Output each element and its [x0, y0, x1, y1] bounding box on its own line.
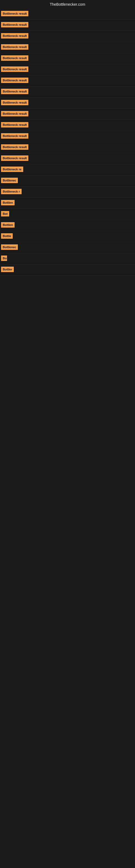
- bottleneck-result-bar[interactable]: Bottleneck result: [1, 89, 28, 94]
- list-item[interactable]: Bottleneck result: [0, 64, 135, 75]
- bottleneck-result-bar[interactable]: Bottlen: [1, 200, 14, 205]
- list-item[interactable]: Bot: [0, 209, 135, 220]
- list-item[interactable]: Bottleneck result: [0, 87, 135, 98]
- list-item[interactable]: Bottle: [0, 231, 135, 242]
- bottleneck-result-bar[interactable]: Bottle: [1, 233, 13, 239]
- list-item[interactable]: Bottleneck r: [0, 187, 135, 198]
- bottleneck-result-bar[interactable]: Bottleneck result: [1, 133, 28, 138]
- bottleneck-result-bar[interactable]: Bottleneck result: [1, 111, 28, 116]
- list-item[interactable]: Bottler: [0, 265, 135, 276]
- list-item[interactable]: Bo: [0, 253, 135, 265]
- bottleneck-result-bar[interactable]: Bottler: [1, 267, 14, 272]
- list-item[interactable]: Bottleneck result: [0, 131, 135, 142]
- list-item[interactable]: Bottleneck result: [0, 75, 135, 87]
- list-item[interactable]: Bottleneck result: [0, 31, 135, 42]
- list-item[interactable]: Bottleneck result: [0, 142, 135, 153]
- list-item[interactable]: Bottleneck result: [0, 153, 135, 164]
- bottleneck-result-bar[interactable]: Bottleneck result: [1, 44, 28, 50]
- bottleneck-result-bar[interactable]: Bottlenec: [1, 178, 18, 183]
- bottleneck-result-bar[interactable]: Bottleneck result: [1, 33, 28, 38]
- list-item[interactable]: Bottlen: [0, 198, 135, 209]
- bottleneck-result-bar[interactable]: Bottleneck result: [1, 66, 28, 72]
- bottleneck-result-bar[interactable]: Bottleneck result: [1, 55, 28, 61]
- list-item[interactable]: Bottleneck result: [0, 53, 135, 64]
- site-title: TheBottlenecker.com: [0, 0, 135, 9]
- bottleneck-result-bar[interactable]: Bot: [1, 211, 9, 216]
- bottleneck-result-bar[interactable]: Bottleneck result: [1, 78, 28, 83]
- rows-container: Bottleneck resultBottleneck resultBottle…: [0, 9, 135, 276]
- bottleneck-result-bar[interactable]: Bottleneck r: [1, 189, 21, 194]
- list-item[interactable]: Bottleneck result: [0, 98, 135, 109]
- bottleneck-result-bar[interactable]: Bottleneck result: [1, 22, 28, 27]
- list-item[interactable]: Bottleneck re: [0, 164, 135, 176]
- list-item[interactable]: Bottlenec: [0, 176, 135, 187]
- bottleneck-result-bar[interactable]: Bottlenec: [1, 244, 18, 250]
- bottleneck-result-bar[interactable]: Bottleneck result: [1, 144, 28, 150]
- page-container: TheBottlenecker.com Bottleneck resultBot…: [0, 0, 135, 276]
- bottleneck-result-bar[interactable]: Bo: [1, 255, 7, 261]
- bottleneck-result-bar[interactable]: Bottleneck result: [1, 100, 28, 105]
- list-item[interactable]: Bottleneck result: [0, 42, 135, 53]
- list-item[interactable]: Bottlen: [0, 220, 135, 231]
- site-title-text: TheBottlenecker.com: [50, 2, 85, 6]
- bottleneck-result-bar[interactable]: Bottleneck re: [1, 166, 23, 172]
- list-item[interactable]: Bottleneck result: [0, 9, 135, 20]
- list-item[interactable]: Bottlenec: [0, 242, 135, 253]
- list-item[interactable]: Bottleneck result: [0, 120, 135, 131]
- bottleneck-result-bar[interactable]: Bottleneck result: [1, 155, 28, 161]
- bottleneck-result-bar[interactable]: Bottleneck result: [1, 11, 28, 16]
- list-item[interactable]: Bottleneck result: [0, 109, 135, 120]
- bottleneck-result-bar[interactable]: Bottleneck result: [1, 122, 28, 127]
- list-item[interactable]: Bottleneck result: [0, 20, 135, 31]
- bottleneck-result-bar[interactable]: Bottlen: [1, 222, 14, 227]
